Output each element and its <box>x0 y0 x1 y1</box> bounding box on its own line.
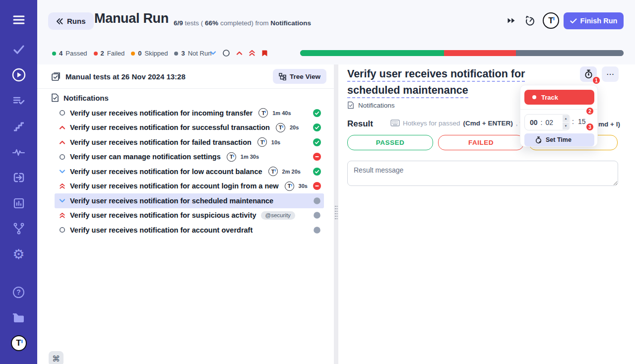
status-failed-icon <box>313 182 321 190</box>
run-progress-subtitle: 6/9 tests ( 66% completed) from Notifica… <box>174 19 311 27</box>
annotation-badge-3: 3 <box>586 123 594 131</box>
priority-high-icon <box>59 125 65 130</box>
branch-icon[interactable] <box>9 219 29 239</box>
test-duration: 20s <box>290 124 299 130</box>
source-suite: Notifications <box>270 19 311 27</box>
status-failed-icon <box>313 153 321 161</box>
status-stat[interactable]: 0Skipped <box>131 50 168 57</box>
panel-splitter[interactable] <box>334 64 338 364</box>
set-time-button[interactable]: Set Time <box>524 133 594 146</box>
status-passed-icon <box>313 109 321 117</box>
filter-bookmark-icon[interactable] <box>261 50 268 57</box>
settings-gear-icon[interactable]: ⚙ <box>9 244 29 264</box>
status-passed-icon <box>313 138 321 146</box>
priority-normal-icon <box>59 227 65 233</box>
runs-play-icon[interactable] <box>9 65 29 85</box>
test-row[interactable]: Verify user receives notification for ac… <box>55 179 324 194</box>
projects-folder-icon[interactable] <box>9 308 29 328</box>
test-title: Verify user receives notification for fa… <box>70 138 252 146</box>
hotkeys-command-button[interactable]: ⌘ <box>49 351 64 364</box>
test-rows: Verify user receives notification for in… <box>37 106 334 238</box>
testomat-badge-icon: T <box>258 108 268 118</box>
status-passed-icon <box>313 168 321 176</box>
time-tracking-popup: Track 00 : 02 ▲ ▼ : 15 Set Time <box>520 85 598 147</box>
tree-view-icon <box>279 73 286 80</box>
testomat-badge-icon: T <box>285 182 294 191</box>
test-list-panel: Manual tests at 26 Nov 2024 13:28 Tree V… <box>37 64 334 364</box>
result-heading: Result <box>347 119 373 129</box>
plans-list-icon[interactable] <box>9 91 29 111</box>
filter-priority-normal-icon[interactable] <box>222 49 230 57</box>
result-message-input[interactable] <box>347 161 618 186</box>
testomat-logo[interactable]: T <box>9 333 29 353</box>
status-stat[interactable]: 3Not Run <box>174 50 211 57</box>
hotkeys-hint-tail: md + I) <box>598 121 620 128</box>
test-duration: 10s <box>271 139 280 145</box>
more-options-button[interactable]: ⋯ <box>602 66 619 82</box>
test-title: Verify user receives notification for in… <box>70 109 253 117</box>
splitter-grip-icon <box>334 206 338 219</box>
timer-history-icon[interactable] <box>525 15 535 28</box>
testomat-badge-icon: T <box>257 137 267 147</box>
suite-name: Notifications <box>64 94 109 102</box>
double-chevron-left-icon <box>56 18 63 24</box>
reports-chart-icon[interactable] <box>9 193 29 213</box>
progress-segment <box>516 50 624 56</box>
test-row[interactable]: Verify user can manage notification sett… <box>55 150 324 165</box>
test-title: Verify user receives notification for sc… <box>70 197 273 205</box>
time-minutes[interactable]: 02 <box>545 119 553 126</box>
test-row[interactable]: Verify user receives notification for fa… <box>55 135 324 150</box>
keyboard-icon <box>390 120 400 126</box>
time-hours[interactable]: 00 <box>530 119 538 126</box>
status-notrun-icon <box>313 226 321 234</box>
test-title: Verify user receives notification for su… <box>70 123 270 131</box>
import-icon[interactable] <box>9 168 29 187</box>
menu-icon[interactable] <box>9 10 29 30</box>
test-title: Verify user receives notification for ac… <box>70 226 253 234</box>
time-seconds-group: : 15 <box>572 118 585 125</box>
filter-priority-low-icon[interactable] <box>210 51 216 56</box>
run-clipboard-icon <box>51 72 61 81</box>
spinner-down-icon[interactable]: ▼ <box>563 122 569 129</box>
passed-button[interactable]: PASSED <box>347 135 433 150</box>
status-dot-icon <box>94 52 98 56</box>
filter-priority-high-icon[interactable] <box>236 51 243 56</box>
tests-check-icon[interactable] <box>9 40 29 60</box>
spinner-up-icon[interactable]: ▲ <box>563 115 569 122</box>
priority-low-icon <box>59 198 65 203</box>
set-time-label: Set Time <box>546 136 572 143</box>
pulse-icon[interactable] <box>9 142 29 162</box>
test-row[interactable]: Verify user receives notification for su… <box>55 121 324 135</box>
finish-run-button[interactable]: Finish Run <box>564 12 624 29</box>
priority-high-icon <box>59 140 65 145</box>
test-row[interactable]: Verify user receives notification for lo… <box>55 164 324 179</box>
track-button[interactable]: Track <box>524 90 594 105</box>
app-logo[interactable]: T <box>543 12 559 29</box>
failed-button[interactable]: FAILED <box>438 135 524 150</box>
progress-segment <box>444 50 516 56</box>
priority-low-icon <box>59 169 65 174</box>
test-row[interactable]: Verify user receives notification for sc… <box>55 193 324 208</box>
test-row[interactable]: Verify user receives notification for in… <box>55 106 324 121</box>
test-row[interactable]: Verify user receives notification for su… <box>55 208 324 223</box>
status-dot-icon <box>52 52 56 56</box>
suite-file-icon <box>51 93 59 102</box>
filter-priority-urgent-icon[interactable] <box>249 50 255 57</box>
test-tag[interactable]: @security <box>261 211 295 220</box>
fast-forward-icon[interactable] <box>507 17 515 26</box>
status-notrun-icon <box>313 197 321 205</box>
help-icon[interactable]: ? <box>9 282 29 302</box>
app-root: ⚙ ? T Runs Manual Run 6/9 tests ( 66% co… <box>0 0 635 364</box>
back-to-runs-button[interactable]: Runs <box>48 12 94 30</box>
time-input[interactable]: 00 : 02 ▲ ▼ <box>524 114 570 130</box>
status-stat[interactable]: 2Failed <box>94 50 125 57</box>
status-stat[interactable]: 4Passed <box>52 50 87 57</box>
steps-icon[interactable] <box>9 117 29 136</box>
test-row[interactable]: Verify user receives notification for ac… <box>55 223 324 238</box>
divider <box>37 88 334 89</box>
priority-filters <box>210 49 268 57</box>
tree-view-button[interactable]: Tree View <box>273 69 326 84</box>
check-icon <box>570 18 577 24</box>
time-seconds[interactable]: 15 <box>578 118 586 125</box>
time-spinner: ▲ ▼ <box>563 115 569 129</box>
